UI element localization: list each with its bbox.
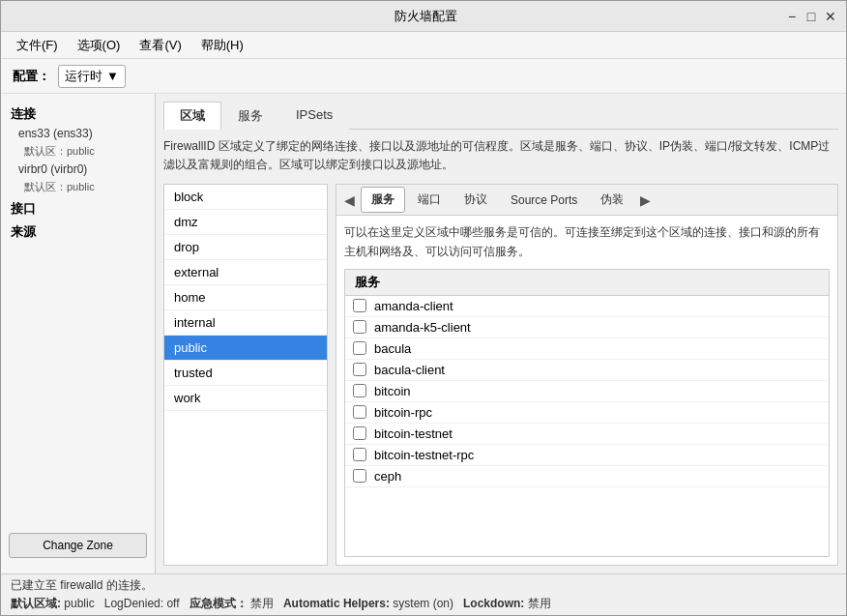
service-table-header: 服务 bbox=[345, 270, 829, 296]
tab-zones[interactable]: 区域 bbox=[163, 102, 221, 130]
service-row-bitcoin-rpc: bitcoin-rpc bbox=[345, 402, 829, 424]
sidebar-connections-header: 连接 bbox=[1, 102, 155, 125]
service-checkbox-amanda-k5-client[interactable] bbox=[353, 320, 366, 334]
zones-and-content: block dmz drop external home internal pu… bbox=[163, 184, 838, 566]
inner-tab-masquerade[interactable]: 伪装 bbox=[590, 187, 634, 213]
service-label-bacula-client: bacula-client bbox=[374, 363, 445, 377]
service-checkbox-bitcoin-rpc[interactable] bbox=[353, 405, 366, 419]
zone-trusted[interactable]: trusted bbox=[164, 361, 327, 386]
service-checkbox-bitcoin-testnet[interactable] bbox=[353, 426, 366, 440]
service-table: 服务 amanda-client amanda-k5-client bbox=[344, 269, 830, 557]
status-emergency-value: 禁用 bbox=[250, 597, 280, 610]
status-logdenied: LogDenied: off bbox=[104, 597, 187, 610]
inner-tab-services[interactable]: 服务 bbox=[361, 187, 405, 213]
status-helpers-label: Automatic Helpers: bbox=[283, 597, 390, 610]
sidebar-ens33-default: 默认区：public bbox=[1, 142, 155, 161]
status-lockdown-label: Lockdown: bbox=[463, 597, 524, 610]
menu-view[interactable]: 查看(V) bbox=[131, 34, 189, 57]
sidebar-bottom: Change Zone bbox=[1, 525, 155, 566]
tab-ipsets[interactable]: IPSets bbox=[279, 102, 349, 130]
main-window: 防火墙配置 − □ ✕ 文件(F) 选项(O) 查看(V) 帮助(H) 配置： … bbox=[0, 0, 847, 616]
right-panel: 区域 服务 IPSets FirewallID 区域定义了绑定的网络连接、接口以… bbox=[156, 94, 846, 573]
menu-options[interactable]: 选项(O) bbox=[70, 34, 129, 57]
inner-tab-bar: ◀ 服务 端口 协议 Source Ports 伪装 ▶ bbox=[336, 185, 837, 216]
service-label-bacula: bacula bbox=[374, 341, 411, 356]
inner-tab-source-ports[interactable]: Source Ports bbox=[500, 189, 588, 212]
window-controls: − □ ✕ bbox=[784, 9, 838, 24]
service-row-bitcoin-testnet: bitcoin-testnet bbox=[345, 424, 829, 445]
service-label-bitcoin-rpc: bitcoin-rpc bbox=[374, 405, 432, 420]
status-helpers-value: system (on) bbox=[393, 597, 459, 610]
main-content: 连接 ens33 (ens33) 默认区：public virbr0 (virb… bbox=[1, 94, 846, 573]
zone-home[interactable]: home bbox=[164, 285, 327, 310]
zone-public[interactable]: public bbox=[164, 336, 327, 361]
zones-list: block dmz drop external home internal pu… bbox=[163, 184, 328, 566]
sidebar-interface-header: 接口 bbox=[1, 196, 155, 220]
status-default-zone-label: 默认区域: bbox=[11, 597, 61, 610]
service-row-bitcoin: bitcoin bbox=[345, 381, 829, 402]
menubar: 文件(F) 选项(O) 查看(V) 帮助(H) bbox=[1, 32, 846, 59]
tab-services[interactable]: 服务 bbox=[221, 102, 279, 130]
sidebar-ens33[interactable]: ens33 (ens33) bbox=[1, 125, 155, 142]
status-default-zone-value: public bbox=[64, 597, 101, 610]
service-row-bacula-client: bacula-client bbox=[345, 360, 829, 381]
statusbar: 已建立至 firewalld 的连接。 默认区域: public LogDeni… bbox=[1, 573, 846, 615]
sidebar-virbr0-default: 默认区：public bbox=[1, 178, 155, 196]
inner-tab-next[interactable]: ▶ bbox=[636, 191, 655, 210]
service-label-ceph: ceph bbox=[374, 469, 401, 484]
service-checkbox-bitcoin[interactable] bbox=[353, 384, 366, 397]
zone-external[interactable]: external bbox=[164, 260, 327, 285]
config-dropdown[interactable]: 运行时 ▼ bbox=[58, 65, 126, 88]
zone-work[interactable]: work bbox=[164, 386, 327, 411]
description-text: FirewallID 区域定义了绑定的网络连接、接口以及源地址的可信程度。区域是… bbox=[163, 137, 838, 174]
statusbar-line2: 默认区域: public LogDenied: off 应急模式： 禁用 Aut… bbox=[11, 596, 836, 612]
service-row-amanda-client: amanda-client bbox=[345, 296, 829, 317]
service-label-bitcoin: bitcoin bbox=[374, 384, 411, 398]
service-checkbox-ceph[interactable] bbox=[353, 469, 366, 483]
content-area: ◀ 服务 端口 协议 Source Ports 伪装 ▶ 可以在这里定义区域中哪… bbox=[336, 184, 838, 566]
service-row-bacula: bacula bbox=[345, 338, 829, 360]
service-label-bitcoin-testnet: bitcoin-testnet bbox=[374, 426, 453, 441]
menu-help[interactable]: 帮助(H) bbox=[193, 34, 251, 57]
statusbar-line1: 已建立至 firewalld 的连接。 bbox=[11, 577, 836, 594]
sidebar-virbr0[interactable]: virbr0 (virbr0) bbox=[1, 161, 155, 178]
menu-file[interactable]: 文件(F) bbox=[9, 34, 66, 57]
minimize-button[interactable]: − bbox=[784, 9, 800, 24]
change-zone-button[interactable]: Change Zone bbox=[9, 533, 147, 558]
service-label-amanda-client: amanda-client bbox=[374, 299, 453, 313]
service-label-bitcoin-testnet-rpc: bitcoin-testnet-rpc bbox=[374, 448, 474, 462]
toolbar: 配置： 运行时 ▼ bbox=[1, 59, 846, 94]
service-row-ceph: ceph bbox=[345, 466, 829, 487]
zone-block[interactable]: block bbox=[164, 185, 327, 210]
sidebar: 连接 ens33 (ens33) 默认区：public virbr0 (virb… bbox=[1, 94, 156, 573]
outer-tab-bar: 区域 服务 IPSets bbox=[163, 102, 838, 130]
service-row-bitcoin-testnet-rpc: bitcoin-testnet-rpc bbox=[345, 445, 829, 466]
config-value: 运行时 bbox=[65, 68, 102, 85]
inner-tab-ports[interactable]: 端口 bbox=[407, 187, 452, 213]
dropdown-arrow-icon: ▼ bbox=[106, 69, 119, 83]
service-row-amanda-k5-client: amanda-k5-client bbox=[345, 317, 829, 338]
service-checkbox-amanda-client[interactable] bbox=[353, 299, 366, 312]
status-lockdown-value: 禁用 bbox=[528, 597, 551, 610]
service-description: 可以在这里定义区域中哪些服务是可信的。可连接至绑定到这个区域的连接、接口和源的所… bbox=[344, 223, 830, 260]
service-area: 可以在这里定义区域中哪些服务是可信的。可连接至绑定到这个区域的连接、接口和源的所… bbox=[336, 216, 837, 565]
zone-internal[interactable]: internal bbox=[164, 310, 327, 336]
sidebar-source-header: 来源 bbox=[1, 220, 155, 243]
service-checkbox-bacula[interactable] bbox=[353, 341, 366, 355]
config-label: 配置： bbox=[13, 68, 50, 85]
status-emergency-label: 应急模式： bbox=[190, 597, 248, 610]
maximize-button[interactable]: □ bbox=[803, 9, 819, 24]
zone-drop[interactable]: drop bbox=[164, 235, 327, 260]
titlebar: 防火墙配置 − □ ✕ bbox=[1, 1, 846, 32]
close-button[interactable]: ✕ bbox=[823, 9, 838, 24]
inner-tab-prev[interactable]: ◀ bbox=[340, 191, 359, 210]
service-checkbox-bacula-client[interactable] bbox=[353, 363, 366, 376]
service-label-amanda-k5-client: amanda-k5-client bbox=[374, 320, 471, 335]
window-title: 防火墙配置 bbox=[67, 8, 784, 25]
zone-dmz[interactable]: dmz bbox=[164, 210, 327, 235]
service-checkbox-bitcoin-testnet-rpc[interactable] bbox=[353, 448, 366, 461]
inner-tab-protocols[interactable]: 协议 bbox=[453, 187, 498, 213]
